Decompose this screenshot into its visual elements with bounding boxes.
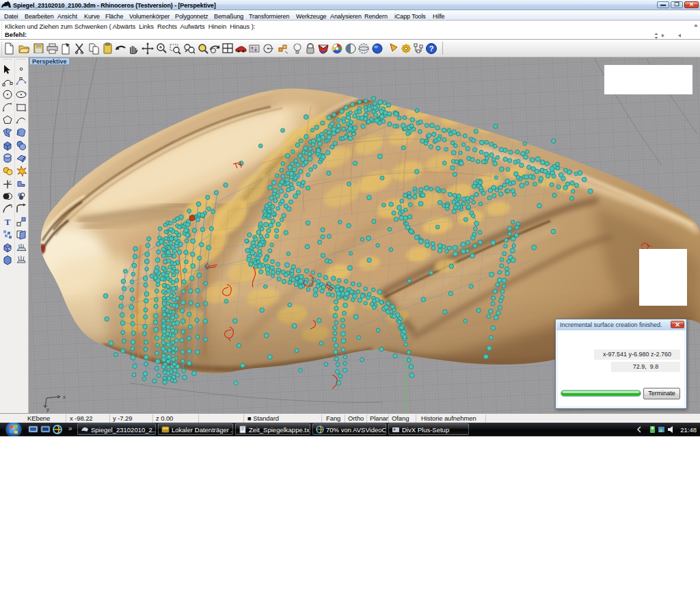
svg-text:x: x bbox=[63, 394, 66, 400]
svg-text:?: ? bbox=[429, 44, 434, 53]
svg-text:»: » bbox=[68, 425, 72, 432]
svg-text:T: T bbox=[5, 217, 11, 227]
svg-text:y: y bbox=[46, 406, 49, 412]
